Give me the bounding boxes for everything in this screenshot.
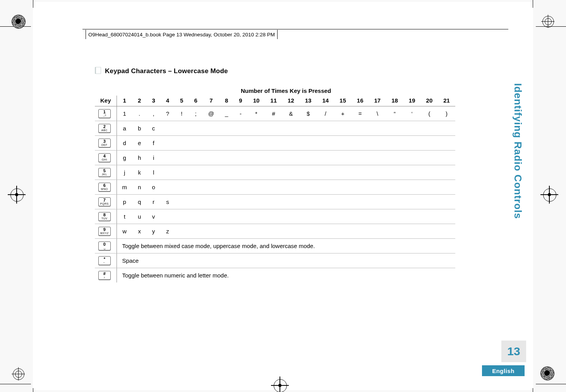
char-cell [265, 224, 282, 239]
key-cell: *← [95, 253, 117, 268]
table-row: 8TUVtuv [95, 209, 455, 224]
keypad-key-icon: 5JKL [98, 168, 111, 177]
char-cell: ? [161, 106, 175, 121]
char-cell: \ [369, 106, 386, 121]
char-cell [248, 136, 265, 151]
char-cell: t [117, 209, 132, 224]
page-number: 13 [501, 341, 526, 362]
registration-mark-icon [541, 15, 554, 28]
char-cell [220, 136, 233, 151]
char-cell [220, 121, 233, 136]
char-cell [369, 151, 386, 165]
char-cell: , [146, 106, 160, 121]
char-cell [248, 165, 265, 180]
char-cell: ) [438, 106, 455, 121]
column-header: 1 [117, 96, 132, 106]
char-cell [175, 136, 189, 151]
char-cell [300, 195, 317, 209]
char-cell: m [117, 180, 132, 195]
table-row: *←Space [95, 253, 455, 268]
column-header: 14 [317, 96, 334, 106]
char-cell [300, 180, 317, 195]
table-row: 4GHIghi [95, 151, 455, 165]
char-cell [334, 195, 352, 209]
char-cell: + [334, 106, 352, 121]
char-cell [189, 209, 202, 224]
char-cell [352, 121, 369, 136]
table-row: 5JKLjkl [95, 165, 455, 180]
char-cell [403, 209, 421, 224]
char-cell [352, 136, 369, 151]
char-cell: * [248, 106, 265, 121]
char-cell [161, 180, 175, 195]
column-header: 15 [334, 96, 352, 106]
char-cell [282, 180, 300, 195]
char-cell [265, 165, 282, 180]
table-row: 6MNOmno [95, 180, 455, 195]
char-cell [265, 180, 282, 195]
keypad-key-icon: #♪ [98, 271, 111, 280]
char-cell [369, 180, 386, 195]
char-cell: # [265, 106, 282, 121]
char-cell [317, 209, 334, 224]
char-cell [282, 224, 300, 239]
char-cell [175, 151, 189, 165]
char-cell [438, 165, 455, 180]
char-cell [220, 151, 233, 165]
key-cell: 4GHI [95, 151, 117, 165]
char-cell [403, 180, 421, 195]
registration-mark-icon [12, 15, 26, 29]
char-cell [175, 209, 189, 224]
char-cell: i [146, 151, 160, 165]
char-cell [334, 180, 352, 195]
key-cell: 1.,? [95, 106, 117, 121]
char-cell: d [117, 136, 132, 151]
char-cell [175, 180, 189, 195]
char-cell [265, 136, 282, 151]
char-cell [233, 180, 247, 195]
keypad-key-icon: 0␣ [98, 241, 111, 250]
table-row: 9WXYZwxyz [95, 224, 455, 239]
char-cell: ! [175, 106, 189, 121]
key-cell: #♪ [95, 268, 117, 283]
column-header: 21 [438, 96, 455, 106]
char-cell [203, 151, 220, 165]
content-area: Keypad Characters – Lowercase Mode Numbe… [95, 67, 482, 282]
column-header: 19 [403, 96, 421, 106]
page: O9Head_68007024014_b.book Page 13 Wednes… [33, 2, 533, 390]
char-cell [282, 209, 300, 224]
keypad-key-icon: 3DEF [98, 139, 111, 147]
char-cell [421, 136, 438, 151]
header-rule [82, 29, 508, 29]
char-cell [421, 151, 438, 165]
char-cell [317, 121, 334, 136]
char-cell [282, 165, 300, 180]
char-cell [265, 121, 282, 136]
key-cell: 2ABC [95, 121, 117, 136]
table-row: 0␣Toggle between mixed case mode, upperc… [95, 239, 455, 253]
table-row: 2ABCabc [95, 121, 455, 136]
char-cell [386, 224, 403, 239]
char-cell: $ [300, 106, 317, 121]
char-cell [161, 209, 175, 224]
column-header: 3 [146, 96, 160, 106]
char-cell [369, 195, 386, 209]
char-cell: v [146, 209, 160, 224]
char-cell [438, 180, 455, 195]
char-cell [300, 224, 317, 239]
char-cell [386, 209, 403, 224]
keypad-key-icon: 1.,? [98, 109, 111, 118]
char-cell: z [161, 224, 175, 239]
char-cell: ( [421, 106, 438, 121]
keypad-key-icon: *← [98, 256, 111, 265]
char-cell [352, 151, 369, 165]
char-cell [248, 151, 265, 165]
char-cell [161, 151, 175, 165]
char-cell [438, 151, 455, 165]
char-cell: r [146, 195, 160, 209]
column-header: 8 [220, 96, 233, 106]
keypad-key-icon: 4GHI [98, 153, 111, 162]
char-cell [248, 195, 265, 209]
char-cell [386, 151, 403, 165]
char-cell [220, 209, 233, 224]
